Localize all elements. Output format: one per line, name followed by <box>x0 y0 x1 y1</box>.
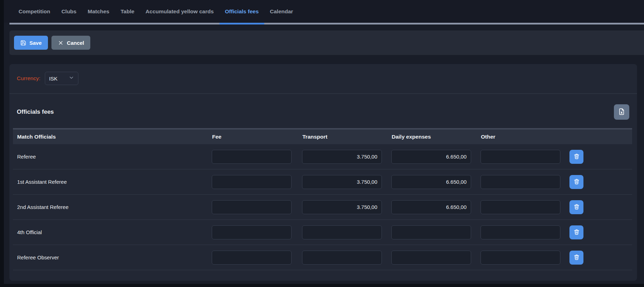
tab-officials-fees[interactable]: Officials fees <box>219 0 265 23</box>
column-header-transport: Transport <box>299 134 388 140</box>
trash-icon <box>573 178 580 186</box>
transport-input[interactable] <box>302 175 382 189</box>
column-header-fee: Fee <box>209 134 299 140</box>
tab-bar: Competition Clubs Matches Table Accumula… <box>4 0 644 23</box>
official-name: 1st Assistant Referee <box>13 179 209 185</box>
section-header: Officials fees <box>9 94 637 128</box>
table-row: 1st Assistant Referee <box>13 169 632 195</box>
column-header-daily-expenses: Daily expenses <box>388 134 478 140</box>
table-row: 2nd Assistant Referee <box>13 195 632 220</box>
delete-row-button[interactable] <box>569 200 583 214</box>
official-name: Referee <box>13 154 209 160</box>
official-name: Referee Observer <box>13 254 209 260</box>
transport-input[interactable] <box>302 251 382 265</box>
x-icon <box>58 40 64 46</box>
toolbar: Save Cancel <box>9 30 644 55</box>
trash-icon <box>573 153 580 161</box>
chevron-down-icon <box>69 75 74 82</box>
official-name: 4th Official <box>13 229 209 235</box>
trash-icon <box>573 203 580 211</box>
table-body: Referee 1st Assistant Referee <box>13 144 632 270</box>
currency-selected-value: ISK <box>49 76 57 82</box>
app-window: Competition Clubs Matches Table Accumula… <box>4 0 644 284</box>
fee-input[interactable] <box>212 200 292 214</box>
trash-icon <box>573 229 580 236</box>
tab-clubs[interactable]: Clubs <box>56 0 82 23</box>
column-header-other: Other <box>478 134 567 140</box>
save-button[interactable]: Save <box>14 36 48 50</box>
tab-competition[interactable]: Competition <box>13 0 56 23</box>
table-row: Referee <box>13 144 632 169</box>
tab-accumulated-yellow-cards[interactable]: Accumulated yellow cards <box>140 0 219 23</box>
tab-matches[interactable]: Matches <box>82 0 115 23</box>
transport-input[interactable] <box>302 200 382 214</box>
fee-input[interactable] <box>212 150 292 164</box>
currency-label: Currency: <box>17 75 40 82</box>
delete-row-button[interactable] <box>569 225 583 239</box>
delete-row-button[interactable] <box>569 175 583 189</box>
section-title: Officials fees <box>17 108 54 115</box>
officials-fees-table: Match Officials Fee Transport Daily expe… <box>13 128 632 270</box>
fee-input[interactable] <box>212 225 292 239</box>
daily-expenses-input[interactable] <box>391 200 471 214</box>
transport-input[interactable] <box>302 150 382 164</box>
other-input[interactable] <box>481 175 560 189</box>
daily-expenses-input[interactable] <box>391 150 471 164</box>
table-row: 4th Official <box>13 220 632 245</box>
other-input[interactable] <box>481 225 560 239</box>
other-input[interactable] <box>481 251 560 265</box>
daily-expenses-input[interactable] <box>391 175 471 189</box>
daily-expenses-input[interactable] <box>391 251 471 265</box>
tab-bar-underline <box>9 23 644 24</box>
file-excel-icon <box>618 108 625 116</box>
official-name: 2nd Assistant Referee <box>13 204 209 210</box>
tab-table[interactable]: Table <box>115 0 140 23</box>
fee-input[interactable] <box>212 175 292 189</box>
cancel-button[interactable]: Cancel <box>51 36 90 50</box>
currency-select[interactable]: ISK <box>45 72 78 85</box>
other-input[interactable] <box>481 150 560 164</box>
daily-expenses-input[interactable] <box>391 225 471 239</box>
tab-calendar[interactable]: Calendar <box>264 0 299 23</box>
trash-icon <box>573 254 580 261</box>
export-excel-button[interactable] <box>614 104 629 120</box>
column-header-match-officials: Match Officials <box>13 134 209 140</box>
save-button-label: Save <box>29 40 42 46</box>
table-row: Referee Observer <box>13 245 632 270</box>
currency-row: Currency: ISK <box>9 64 637 93</box>
fee-input[interactable] <box>212 251 292 265</box>
save-icon <box>20 40 26 46</box>
delete-row-button[interactable] <box>569 150 583 164</box>
delete-row-button[interactable] <box>569 251 583 265</box>
other-input[interactable] <box>481 200 560 214</box>
cancel-button-label: Cancel <box>67 40 84 46</box>
transport-input[interactable] <box>302 225 382 239</box>
officials-fees-panel: Currency: ISK Officials fees <box>9 64 637 281</box>
table-header-row: Match Officials Fee Transport Daily expe… <box>13 128 632 144</box>
